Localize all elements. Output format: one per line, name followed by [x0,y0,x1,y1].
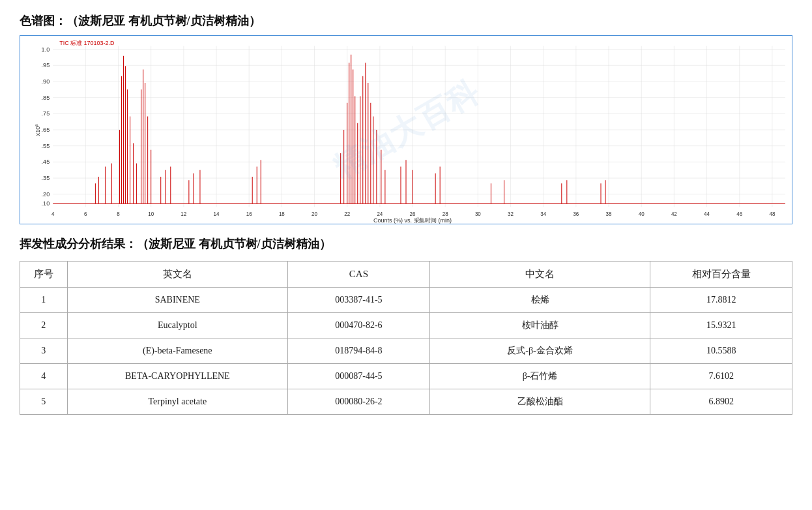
chart-title: 色谱图：（波斯尼亚 有机贞节树/贞洁树精油） [20,13,792,29]
svg-text:28: 28 [442,211,448,217]
chart-svg: 1.0 .95 .90 .85 .75 .65 .55 .45 .35 .20 … [20,36,792,224]
table-row: 5 Terpinyl acetate 000080-26-2 乙酸松油酯 6.8… [20,389,792,415]
svg-text:20: 20 [312,211,317,217]
svg-text:18: 18 [279,211,285,217]
cell-en: BETA-CARYOPHYLLENE [67,364,288,389]
cell-en: Terpinyl acetate [67,389,288,415]
svg-text:.45: .45 [42,158,50,165]
cell-en: (E)-beta-Famesene [67,338,288,364]
cell-seq: 4 [20,364,68,389]
cell-en: Eucalyptol [67,313,288,338]
svg-text:14: 14 [214,211,220,217]
svg-text:.90: .90 [42,78,50,85]
cell-pct: 6.8902 [650,389,792,415]
table-header-row: 序号 英文名 CAS 中文名 相对百分含量 [20,262,792,288]
svg-text:8: 8 [117,211,120,217]
svg-text:.20: .20 [42,191,50,198]
svg-text:30: 30 [475,211,481,217]
col-header-cas: CAS [288,262,430,288]
table-row: 1 SABINENE 003387-41-5 桧烯 17.8812 [20,288,792,313]
svg-text:16: 16 [246,211,252,217]
cell-pct: 15.9321 [650,313,792,338]
svg-text:.35: .35 [42,175,50,181]
cell-seq: 3 [20,338,68,364]
svg-text:4: 4 [51,211,55,217]
cell-seq: 1 [20,288,68,313]
svg-text:6: 6 [84,211,87,217]
cell-cas: 000087-44-5 [288,364,430,389]
cell-cn: β-石竹烯 [429,364,650,389]
svg-text:Counts (%) vs. 采集时间 (min): Counts (%) vs. 采集时间 (min) [373,217,452,224]
svg-text:TIC 标准 170103-2.D: TIC 标准 170103-2.D [59,40,115,46]
svg-text:.55: .55 [42,143,50,149]
cell-cn: 反式-β-金合欢烯 [429,338,650,364]
cell-seq: 5 [20,389,68,415]
cell-cn: 桧烯 [429,288,650,313]
svg-text:1.0: 1.0 [42,46,50,53]
svg-text:26: 26 [410,211,416,217]
svg-text:32: 32 [508,211,514,217]
svg-text:x10⁸: x10⁸ [35,124,41,136]
col-header-seq: 序号 [20,262,68,288]
svg-text:44: 44 [704,211,710,217]
svg-text:24: 24 [377,211,383,217]
chromatogram-chart: 精油大百科 [20,35,792,224]
cell-cas: 000470-82-6 [288,313,430,338]
col-header-pct: 相对百分含量 [650,262,792,288]
svg-text:34: 34 [540,211,546,217]
results-title: 挥发性成分分析结果：（波斯尼亚 有机贞节树/贞洁树精油） [20,236,792,252]
cell-cas: 018794-84-8 [288,338,430,364]
svg-text:12: 12 [181,211,186,217]
svg-text:42: 42 [671,211,677,217]
svg-text:40: 40 [639,211,645,217]
svg-text:22: 22 [344,211,350,217]
col-header-en: 英文名 [67,262,288,288]
col-header-cn: 中文名 [429,262,650,288]
table-row: 4 BETA-CARYOPHYLLENE 000087-44-5 β-石竹烯 7… [20,364,792,389]
cell-cn: 乙酸松油酯 [429,389,650,415]
svg-text:.95: .95 [42,62,50,68]
svg-text:10: 10 [148,211,154,217]
svg-text:48: 48 [769,211,775,217]
svg-text:38: 38 [606,211,612,217]
svg-text:46: 46 [736,211,742,217]
cell-pct: 10.5588 [650,338,792,364]
cell-pct: 17.8812 [650,288,792,313]
svg-text:.85: .85 [42,95,50,101]
data-table: 序号 英文名 CAS 中文名 相对百分含量 1 SABINENE 003387-… [20,261,792,415]
cell-pct: 7.6102 [650,364,792,389]
table-row: 2 Eucalyptol 000470-82-6 桉叶油醇 15.9321 [20,313,792,338]
cell-cas: 000080-26-2 [288,389,430,415]
svg-text:.10: .10 [42,200,50,207]
cell-en: SABINENE [67,288,288,313]
cell-cn: 桉叶油醇 [429,313,650,338]
table-row: 3 (E)-beta-Famesene 018794-84-8 反式-β-金合欢… [20,338,792,364]
cell-cas: 003387-41-5 [288,288,430,313]
cell-seq: 2 [20,313,68,338]
svg-text:.65: .65 [42,127,50,133]
svg-text:36: 36 [573,211,579,217]
svg-text:.75: .75 [42,110,50,117]
